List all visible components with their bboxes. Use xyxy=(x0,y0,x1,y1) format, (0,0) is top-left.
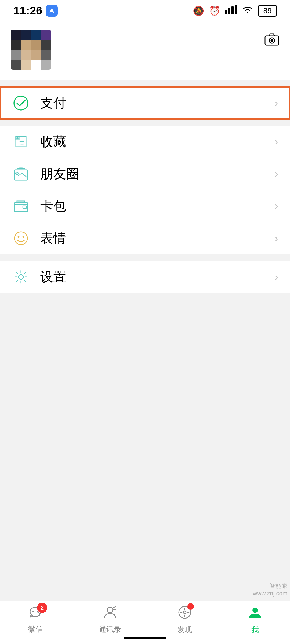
settings-icon xyxy=(12,268,30,286)
moments-menu-item[interactable]: 朋友圈 › xyxy=(0,158,290,190)
stickers-icon xyxy=(12,229,30,247)
settings-menu-item[interactable]: 设置 › xyxy=(0,261,290,293)
moments-chevron: › xyxy=(275,168,278,180)
settings-section: 设置 › xyxy=(0,261,290,293)
svg-rect-1 xyxy=(225,10,227,14)
profile-section xyxy=(0,21,290,80)
discover-nav-label: 发现 xyxy=(177,625,192,635)
moments-label: 朋友圈 xyxy=(40,165,275,182)
me-icon xyxy=(248,605,262,623)
section-divider-3 xyxy=(0,254,290,261)
svg-point-8 xyxy=(14,96,28,110)
svg-point-16 xyxy=(23,236,24,238)
home-indicator xyxy=(124,637,166,639)
stickers-menu-item[interactable]: 表情 › xyxy=(0,222,290,254)
pay-icon xyxy=(12,94,30,112)
battery-indicator: 89 xyxy=(258,5,277,17)
svg-point-24 xyxy=(252,608,258,613)
nav-contacts[interactable]: 通讯录 xyxy=(99,606,121,635)
wechat-icon: 2 xyxy=(28,606,42,622)
camera-icon[interactable] xyxy=(264,30,279,49)
svg-point-21 xyxy=(107,607,113,613)
svg-rect-10 xyxy=(14,170,28,180)
svg-point-19 xyxy=(32,611,34,612)
nav-discover[interactable]: 发现 xyxy=(177,605,192,635)
me-nav-label: 我 xyxy=(251,625,259,635)
wechat-badge: 2 xyxy=(37,603,47,613)
status-icons: 🔕 ⏰ 89 xyxy=(193,5,277,17)
svg-rect-13 xyxy=(23,206,27,208)
settings-label: 设置 xyxy=(40,268,275,286)
svg-point-7 xyxy=(271,39,273,42)
svg-point-15 xyxy=(18,236,20,238)
nav-wechat[interactable]: 2 微信 xyxy=(28,606,43,634)
wechat-nav-label: 微信 xyxy=(28,624,43,634)
section-divider-2 xyxy=(0,119,290,126)
discover-badge xyxy=(187,603,194,610)
contacts-icon xyxy=(103,606,117,622)
settings-chevron: › xyxy=(275,271,278,283)
favorites-menu-item[interactable]: 收藏 › xyxy=(0,126,290,158)
svg-point-14 xyxy=(15,232,27,245)
alarm-icon: ⏰ xyxy=(209,5,220,16)
wifi-icon xyxy=(242,5,253,16)
wallet-chevron: › xyxy=(275,200,278,212)
svg-rect-2 xyxy=(228,8,230,14)
contacts-nav-label: 通讯录 xyxy=(99,624,121,635)
wallet-menu-item[interactable]: 卡包 › xyxy=(0,190,290,222)
favorites-chevron: › xyxy=(275,136,278,148)
nav-me[interactable]: 我 xyxy=(248,605,262,635)
bottom-navigation: 2 微信 通讯录 发现 xyxy=(0,601,290,644)
wallet-icon xyxy=(12,197,30,215)
svg-point-17 xyxy=(19,275,23,279)
status-bar: 11:26 🔕 ⏰ 89 xyxy=(0,0,290,21)
lark-icon xyxy=(46,5,58,17)
svg-rect-4 xyxy=(235,5,237,14)
favorites-icon xyxy=(12,133,30,151)
svg-rect-12 xyxy=(14,203,28,212)
stickers-chevron: › xyxy=(275,232,278,244)
main-menu-section: 收藏 › 朋友圈 › 卡包 › xyxy=(0,126,290,254)
pay-chevron: › xyxy=(275,97,278,109)
stickers-label: 表情 xyxy=(40,230,275,247)
svg-point-0 xyxy=(51,10,53,12)
mute-icon: 🔕 xyxy=(193,5,204,16)
watermark: 智能家 www.znj.com xyxy=(253,582,287,597)
discover-icon xyxy=(178,605,192,623)
svg-point-9 xyxy=(16,137,19,139)
favorites-label: 收藏 xyxy=(40,133,275,150)
pay-label: 支付 xyxy=(40,94,275,112)
pay-section: 支付 › xyxy=(0,87,290,119)
pay-menu-item[interactable]: 支付 › xyxy=(0,87,290,119)
svg-rect-3 xyxy=(231,6,234,14)
status-time: 11:26 xyxy=(13,4,58,17)
avatar[interactable] xyxy=(11,30,51,70)
section-divider-1 xyxy=(0,80,290,87)
signal-icon xyxy=(225,5,237,16)
moments-icon xyxy=(12,165,30,183)
wallet-label: 卡包 xyxy=(40,197,275,215)
svg-point-23 xyxy=(183,611,186,614)
